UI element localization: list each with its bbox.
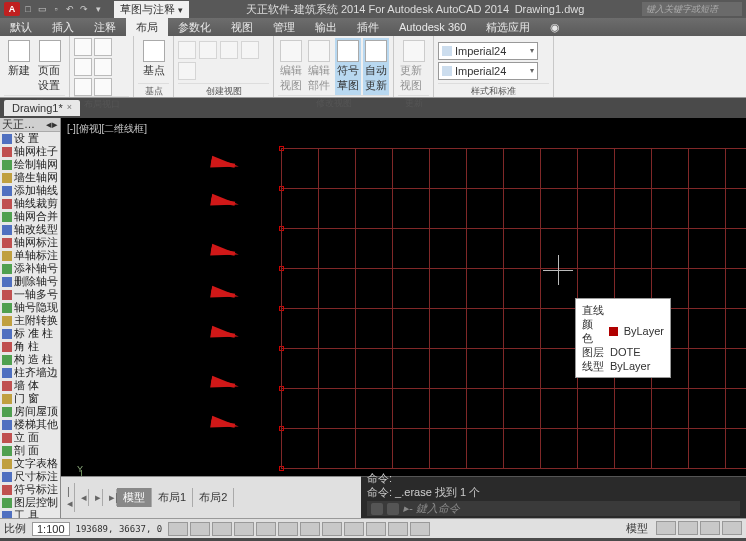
viewport-icon[interactable]	[94, 78, 112, 96]
tab-featured[interactable]: 精选应用	[476, 18, 540, 36]
item-icon	[2, 238, 12, 248]
app-logo-icon[interactable]: A	[4, 2, 20, 16]
item-icon	[2, 498, 12, 508]
command-input[interactable]: ▸- 鍵入命令	[367, 501, 740, 516]
settings-cmd-icon[interactable]	[387, 503, 399, 515]
tab-extra[interactable]: ◉	[540, 18, 570, 36]
tab-nav-last-icon[interactable]: ▸|	[103, 489, 117, 506]
close-cmd-icon[interactable]	[371, 503, 383, 515]
scale-label: 比例	[4, 521, 26, 536]
status-icon[interactable]	[722, 521, 742, 535]
workspace-selector[interactable]: 草图与注释 ▾	[114, 1, 189, 18]
createview-icon	[241, 41, 259, 59]
item-icon	[2, 485, 12, 495]
tab-output[interactable]: 输出	[305, 18, 347, 36]
sidebar-header[interactable]: 天正…◂▸	[0, 118, 60, 132]
item-icon	[2, 303, 12, 313]
command-line-area: |◂ ◂ ▸ ▸| 模型 布局1 布局2 命令: 命令: _.erase 找到 …	[61, 476, 746, 518]
basepoint-button[interactable]: 基点	[138, 38, 169, 83]
item-label: 工 具	[14, 508, 39, 518]
tab-layout[interactable]: 布局	[126, 18, 168, 36]
viewport-icon[interactable]	[94, 58, 112, 76]
tab-nav-first-icon[interactable]: |◂	[61, 483, 75, 512]
item-icon	[2, 420, 12, 430]
item-icon	[2, 225, 12, 235]
item-icon	[2, 186, 12, 196]
qat-redo-icon[interactable]: ↷	[78, 3, 90, 15]
item-icon	[2, 277, 12, 287]
layout-tab-model[interactable]: 模型	[117, 488, 152, 507]
layout-tabs: |◂ ◂ ▸ ▸| 模型 布局1 布局2	[61, 476, 361, 518]
status-toggle-button[interactable]	[322, 522, 342, 536]
annotation-arrow-icon	[210, 376, 240, 393]
createview-icon	[199, 41, 217, 59]
item-icon	[2, 264, 12, 274]
item-icon	[2, 446, 12, 456]
viewport-title[interactable]: [-][俯视][二维线框]	[67, 122, 147, 136]
layout-tab-1[interactable]: 布局1	[152, 488, 193, 507]
tab-view[interactable]: 视图	[221, 18, 263, 36]
status-toggle-button[interactable]	[190, 522, 210, 536]
viewport-icon[interactable]	[74, 78, 92, 96]
status-toggle-button[interactable]	[300, 522, 320, 536]
annotation-arrow-icon	[210, 286, 240, 303]
help-search-input[interactable]: 键入关键字或短语	[642, 2, 742, 16]
close-icon[interactable]: ×	[67, 102, 72, 114]
document-tab[interactable]: Drawing1*×	[4, 100, 80, 116]
annotation-arrow-icon	[210, 326, 240, 343]
tab-a360[interactable]: Autodesk 360	[389, 18, 476, 36]
qat-dropdown-icon[interactable]: ▾	[92, 3, 104, 15]
status-icon[interactable]	[700, 521, 720, 535]
style-combo-1[interactable]: Imperial24	[438, 42, 538, 60]
tab-insert[interactable]: 插入	[42, 18, 84, 36]
drawing-canvas[interactable]: [-][俯视][二维线框] 直线 颜色ByLayer 图层DOTE 线型ByLa…	[61, 118, 746, 518]
item-icon	[2, 511, 12, 519]
item-icon	[2, 342, 12, 352]
status-toggle-button[interactable]	[234, 522, 254, 536]
status-toggle-button[interactable]	[388, 522, 408, 536]
scale-value[interactable]: 1:100	[32, 522, 70, 536]
sidebar-item[interactable]: 工 具	[0, 509, 60, 518]
status-toggle-button[interactable]	[256, 522, 276, 536]
viewport-icon[interactable]	[94, 38, 112, 56]
status-icon[interactable]	[678, 521, 698, 535]
item-icon	[2, 147, 12, 157]
new-layout-button[interactable]: 新建	[4, 38, 34, 95]
item-icon	[2, 459, 12, 469]
qat-save-icon[interactable]: ▫	[50, 3, 62, 15]
tab-plugins[interactable]: 插件	[347, 18, 389, 36]
edit-view-button: 编辑 视图	[278, 38, 304, 95]
createview-icon	[220, 41, 238, 59]
tab-nav-prev-icon[interactable]: ◂	[75, 489, 89, 506]
layout-tab-2[interactable]: 布局2	[193, 488, 234, 507]
model-space-button[interactable]: 模型	[620, 521, 654, 536]
page-setup-button[interactable]: 页面 设置	[36, 38, 66, 95]
tab-parametric[interactable]: 参数化	[168, 18, 221, 36]
annotation-arrow-icon	[210, 194, 240, 211]
tab-manage[interactable]: 管理	[263, 18, 305, 36]
item-icon	[2, 290, 12, 300]
symbol-sketch-button[interactable]: 符号 草图	[335, 38, 361, 95]
status-toggle-button[interactable]	[212, 522, 232, 536]
edit-part-button: 编辑 部件	[306, 38, 332, 95]
tab-nav-next-icon[interactable]: ▸	[89, 489, 103, 506]
viewport-icon[interactable]	[74, 38, 92, 56]
status-toggle-button[interactable]	[168, 522, 188, 536]
item-icon	[2, 160, 12, 170]
status-toggle-button[interactable]	[410, 522, 430, 536]
status-toggle-button[interactable]	[278, 522, 298, 536]
qat-new-icon[interactable]: □	[22, 3, 34, 15]
status-toggle-button[interactable]	[344, 522, 364, 536]
status-toggle-button[interactable]	[366, 522, 386, 536]
tab-default[interactable]: 默认	[0, 18, 42, 36]
qat-open-icon[interactable]: ▭	[36, 3, 48, 15]
command-history[interactable]: 命令: 命令: _.erase 找到 1 个 ▸- 鍵入命令	[361, 476, 746, 518]
style-combo-2[interactable]: Imperial24	[438, 62, 538, 80]
auto-update-button[interactable]: 自动 更新	[363, 38, 389, 95]
qat-undo-icon[interactable]: ↶	[64, 3, 76, 15]
viewport-icon[interactable]	[74, 58, 92, 76]
tab-annotate[interactable]: 注释	[84, 18, 126, 36]
item-icon	[2, 368, 12, 378]
status-icon[interactable]	[656, 521, 676, 535]
entity-tooltip: 直线 颜色ByLayer 图层DOTE 线型ByLayer	[575, 298, 671, 378]
